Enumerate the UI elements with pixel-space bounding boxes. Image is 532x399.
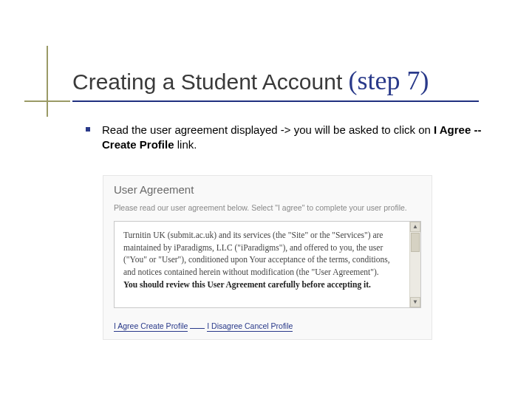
bullet-text-before: Read the user agreement displayed -> you…: [102, 123, 434, 136]
slide-title: Creating a Student Account (step 7): [72, 65, 429, 96]
bullet-text-after: link.: [174, 138, 197, 151]
agreement-action-links: I Agree Create Profile I Disagree Cancel…: [114, 321, 421, 330]
disagree-cancel-profile-link[interactable]: I Disagree Cancel Profile: [207, 321, 293, 332]
agreement-body-text: Turnitin UK (submit.ac.uk) and its servi…: [123, 229, 403, 279]
scroll-down-icon[interactable]: ▼: [410, 297, 420, 307]
slide: Creating a Student Account (step 7) Read…: [0, 0, 532, 399]
agreement-emphasis-text: You should review this User Agreement ca…: [123, 279, 403, 291]
title-main: Creating a Student Account: [72, 69, 342, 94]
scroll-thumb[interactable]: [411, 233, 420, 252]
user-agreement-subheading: Please read our user agreement below. Se…: [114, 203, 421, 212]
decor-vertical-line: [47, 46, 48, 117]
embedded-screenshot: User Agreement Please read our user agre…: [103, 176, 432, 339]
decor-horizontal-line: [24, 100, 70, 102]
scrollbar-track[interactable]: ▲ ▼: [409, 222, 420, 307]
agree-create-profile-link[interactable]: I Agree Create Profile: [114, 321, 188, 332]
link-spacer: [190, 327, 205, 329]
scroll-up-icon[interactable]: ▲: [410, 222, 420, 232]
user-agreement-heading: User Agreement: [114, 183, 421, 196]
title-step: (step 7): [349, 66, 429, 95]
bullet-text: Read the user agreement displayed -> you…: [102, 123, 501, 153]
agreement-text-box: Turnitin UK (submit.ac.uk) and its servi…: [114, 221, 421, 308]
square-bullet-icon: [86, 127, 90, 132]
title-underline: [72, 100, 479, 102]
embedded-inner: User Agreement Please read our user agre…: [103, 176, 432, 339]
bullet-item: Read the user agreement displayed -> you…: [87, 123, 501, 153]
